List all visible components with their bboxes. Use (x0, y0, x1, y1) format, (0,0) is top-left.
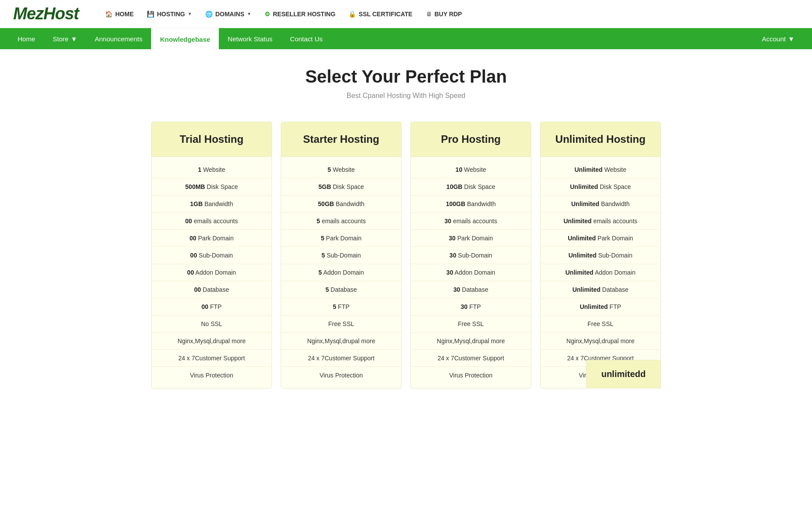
nav-domains-label: DOMAINS (215, 11, 244, 18)
green-nav-announcements-label: Announcements (95, 35, 142, 43)
nav-reseller[interactable]: ⚙ RESELLER HOSTING (265, 11, 335, 18)
green-nav-contact-us-label: Contact Us (290, 35, 323, 43)
plan-feature: Unlimited Disk Space (540, 178, 660, 196)
plan-features-starter: 5 Website5GB Disk Space50GB Bandwidth5 e… (281, 157, 401, 388)
plan-name-pro: Pro Hosting (417, 133, 524, 145)
domains-dropdown-icon: ▼ (247, 11, 251, 16)
nav-hosting[interactable]: 💾 HOSTING ▼ (147, 11, 192, 18)
plan-feature: Free SSL (411, 316, 531, 333)
plan-header-starter: Starter Hosting (281, 122, 401, 157)
plan-feature: Unlimited Website (540, 161, 660, 178)
green-nav-home[interactable]: Home (9, 29, 44, 49)
nav-home-label: HOME (115, 11, 134, 18)
plan-card-starter: Starter Hosting5 Website5GB Disk Space50… (281, 122, 402, 388)
reseller-icon: ⚙ (265, 11, 270, 18)
plan-feature: Free SSL (281, 316, 401, 333)
plan-feature: Nginx,Mysql,drupal more (540, 333, 660, 350)
plan-feature: 24 x 7Customer Support (152, 350, 272, 367)
plan-feature: 00 FTP (152, 298, 272, 316)
plan-feature: 5 Addon Domain (281, 264, 401, 281)
plan-name-trial: Trial Hosting (158, 133, 265, 145)
plan-features-trial: 1 Website500MB Disk Space1GB Bandwidth00… (152, 157, 272, 388)
green-nav-knowledgebase[interactable]: Knowledgebase (151, 28, 219, 49)
ssl-icon: 🔒 (348, 11, 356, 18)
plan-feature: 00 Park Domain (152, 230, 272, 247)
unlimited-badge: unlimitedd (586, 360, 661, 388)
nav-ssl-label: SSL CERTIFICATE (359, 11, 412, 18)
green-nav-announcements[interactable]: Announcements (86, 29, 151, 49)
plan-feature: 30 FTP (411, 298, 531, 316)
plan-feature: 5 emails accounts (281, 213, 401, 230)
green-nav-store-label: Store (53, 35, 69, 43)
plan-card-trial: Trial Hosting1 Website500MB Disk Space1G… (151, 122, 272, 388)
domains-icon: 🌐 (205, 11, 213, 18)
nav-rdp[interactable]: 🖥 BUY RDP (426, 11, 462, 18)
plan-feature: 5 Sub-Domain (281, 247, 401, 264)
plan-features-unlimited: Unlimited WebsiteUnlimited Disk SpaceUnl… (540, 157, 660, 388)
green-nav: Home Store ▼ Announcements Knowledgebase… (0, 28, 812, 49)
green-nav-account[interactable]: Account ▼ (753, 29, 803, 49)
main-content: Select Your Perfect Plan Best Cpanel Hos… (142, 49, 670, 406)
plan-feature: 1GB Bandwidth (152, 196, 272, 213)
green-nav-contact-us[interactable]: Contact Us (281, 29, 331, 49)
plan-feature: Unlimited Bandwidth (540, 196, 660, 213)
plan-feature: 5 Website (281, 161, 401, 178)
green-nav-knowledgebase-label: Knowledgebase (160, 36, 210, 43)
plan-feature: Unlimited Database (540, 281, 660, 298)
plan-feature: 24 x 7Customer Support (281, 350, 401, 367)
plan-feature: Nginx,Mysql,drupal more (152, 333, 272, 350)
page-subtitle: Best Cpanel Hosting With High Speed (151, 92, 661, 100)
nav-reseller-label: RESELLER HOSTING (273, 11, 335, 18)
plan-feature: Nginx,Mysql,drupal more (411, 333, 531, 350)
plan-feature: Virus Protection (152, 367, 272, 384)
logo[interactable]: MezHost (13, 4, 79, 23)
plan-feature: 00 Addon Domain (152, 264, 272, 281)
plan-card-unlimited: Unlimited HostingUnlimited WebsiteUnlimi… (540, 122, 661, 388)
plan-feature: Virus Protection (411, 367, 531, 384)
page-title: Select Your Perfect Plan (151, 67, 661, 87)
plan-feature: 00 Database (152, 281, 272, 298)
top-nav: MezHost 🏠 HOME 💾 HOSTING ▼ 🌐 DOMAINS ▼ ⚙… (0, 0, 812, 28)
plan-header-trial: Trial Hosting (152, 122, 272, 157)
plan-features-pro: 10 Website10GB Disk Space100GB Bandwidth… (411, 157, 531, 388)
plan-feature: 10 Website (411, 161, 531, 178)
home-icon: 🏠 (105, 11, 112, 18)
plan-feature: 30 Sub-Domain (411, 247, 531, 264)
plan-feature: 1 Website (152, 161, 272, 178)
plan-feature: 5 FTP (281, 298, 401, 316)
nav-domains[interactable]: 🌐 DOMAINS ▼ (205, 11, 251, 18)
plan-feature: 5 Park Domain (281, 230, 401, 247)
logo-text: MezHost (13, 4, 79, 23)
hosting-dropdown-icon: ▼ (188, 11, 192, 16)
nav-ssl[interactable]: 🔒 SSL CERTIFICATE (348, 11, 412, 18)
green-nav-store[interactable]: Store ▼ (44, 29, 86, 49)
plan-feature: 100GB Bandwidth (411, 196, 531, 213)
rdp-icon: 🖥 (426, 11, 432, 18)
plan-feature: Unlimited Sub-Domain (540, 247, 660, 264)
plan-feature: Nginx,Mysql,drupal more (281, 333, 401, 350)
plan-feature: 30 Addon Domain (411, 264, 531, 281)
hosting-icon: 💾 (147, 11, 154, 18)
green-nav-home-label: Home (18, 35, 35, 43)
plan-feature: 5 Database (281, 281, 401, 298)
plan-feature: No SSL (152, 316, 272, 333)
plan-name-starter: Starter Hosting (288, 133, 395, 145)
plan-name-unlimited: Unlimited Hosting (547, 133, 654, 145)
green-nav-network-status-label: Network Status (228, 35, 272, 43)
plan-feature: Unlimited Park Domain (540, 230, 660, 247)
nav-hosting-label: HOSTING (157, 11, 185, 18)
plans-grid: Trial Hosting1 Website500MB Disk Space1G… (151, 122, 661, 388)
plan-feature: 50GB Bandwidth (281, 196, 401, 213)
green-nav-account-label: Account (762, 35, 786, 43)
nav-home[interactable]: 🏠 HOME (105, 11, 134, 18)
plan-feature: Free SSL (540, 316, 660, 333)
plan-feature: 5GB Disk Space (281, 178, 401, 196)
plan-header-pro: Pro Hosting (411, 122, 531, 157)
plan-feature: 30 Database (411, 281, 531, 298)
top-nav-links: 🏠 HOME 💾 HOSTING ▼ 🌐 DOMAINS ▼ ⚙ RESELLE… (105, 11, 799, 18)
plan-feature: Unlimited FTP (540, 298, 660, 316)
plan-feature: Virus Protection (281, 367, 401, 384)
green-nav-network-status[interactable]: Network Status (219, 29, 281, 49)
plan-feature: Unlimited emails accounts (540, 213, 660, 230)
account-dropdown-icon: ▼ (788, 35, 794, 43)
